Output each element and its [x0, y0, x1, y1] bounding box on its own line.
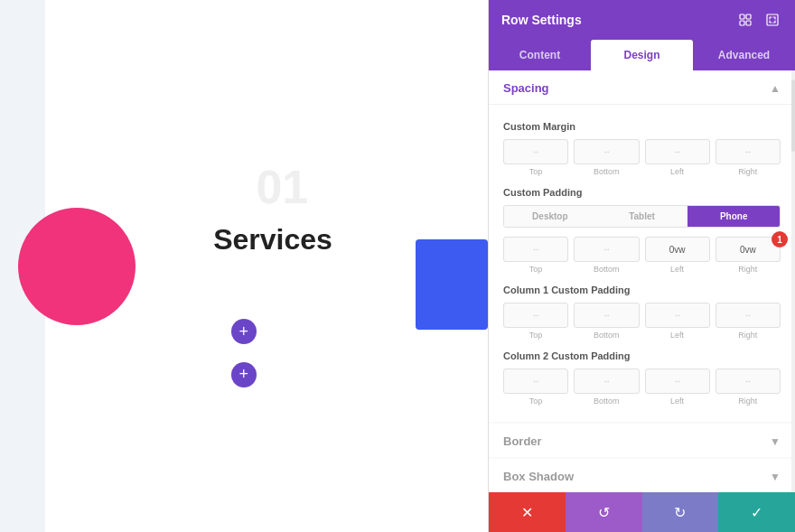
margin-left-label: Left: [670, 167, 684, 176]
padding-left-label: Left: [670, 265, 684, 274]
box-shadow-section: Box Shadow ▼: [489, 459, 795, 492]
spacing-content: Custom Margin ↔ Top ↔ Bottom ↔ Left: [489, 105, 795, 422]
device-tab-tablet[interactable]: Tablet: [596, 206, 688, 227]
blue-rect-decoration: [416, 239, 488, 330]
panel-body: Spacing ▲ Custom Margin ↔ Top ↔ Bottom: [489, 70, 795, 492]
device-tab-desktop[interactable]: Desktop: [504, 206, 596, 227]
border-section-header[interactable]: Border ▼: [489, 424, 795, 457]
panel-header: Row Settings: [489, 0, 795, 40]
margin-top-label: Top: [529, 167, 543, 176]
section-title: Services: [213, 223, 332, 257]
col2-top-group: ↔ Top: [503, 369, 568, 406]
panel-header-icons: [735, 10, 782, 30]
undo-button[interactable]: ↺: [566, 492, 642, 532]
margin-left-input[interactable]: ↔: [645, 139, 710, 164]
padding-right-group: 0vw Right 1: [716, 237, 781, 274]
redo-button[interactable]: ↻: [642, 492, 719, 532]
col1-bottom-input[interactable]: ↔: [574, 303, 639, 328]
margin-inputs: ↔ Top ↔ Bottom ↔ Left ↔ Right: [503, 139, 781, 176]
border-chevron-icon: ▼: [770, 435, 781, 448]
col1-top-input[interactable]: ↔: [503, 303, 568, 328]
padding-bottom-label: Bottom: [594, 265, 620, 274]
margin-right-group: ↔ Right: [716, 139, 781, 176]
panel-title: Row Settings: [501, 13, 582, 27]
col2-bottom-input[interactable]: ↔: [574, 369, 639, 394]
border-title: Border: [503, 434, 542, 448]
col2-left-label: Left: [670, 397, 684, 406]
padding-right-label: Right: [738, 265, 757, 274]
padding-inputs-container: ↔ Top ↔ Bottom 0vw Left 0vw: [503, 237, 781, 274]
save-button[interactable]: ✓: [718, 492, 795, 532]
col2-left-input[interactable]: ↔: [645, 369, 710, 394]
margin-right-label: Right: [738, 167, 757, 176]
box-shadow-section-header[interactable]: Box Shadow ▼: [489, 459, 795, 492]
pink-circle-decoration: [18, 208, 136, 325]
col2-bottom-group: ↔ Bottom: [574, 369, 639, 406]
canvas-content: 01 Services + +: [45, 0, 488, 532]
svg-rect-0: [740, 14, 744, 19]
svg-rect-1: [746, 14, 751, 19]
col1-right-input[interactable]: ↔: [716, 303, 781, 328]
padding-top-label: Top: [529, 265, 543, 274]
padding-bottom-group: ↔ Bottom: [574, 237, 639, 274]
margin-bottom-input[interactable]: ↔: [574, 139, 639, 164]
box-shadow-title: Box Shadow: [503, 470, 574, 483]
canvas-area: 01 Services + +: [0, 0, 488, 532]
padding-top-input[interactable]: ↔: [503, 237, 568, 262]
add-row-button-2[interactable]: +: [231, 362, 257, 387]
spacing-section: Spacing ▲ Custom Margin ↔ Top ↔ Bottom: [489, 70, 795, 422]
col2-bottom-label: Bottom: [594, 397, 620, 406]
col1-bottom-label: Bottom: [594, 331, 620, 340]
box-shadow-chevron-icon: ▼: [770, 471, 781, 483]
expand-icon[interactable]: [762, 10, 782, 30]
settings-icon[interactable]: [735, 10, 755, 30]
padding-left-group: 0vw Left: [645, 237, 710, 274]
device-tab-phone[interactable]: Phone: [687, 206, 780, 227]
col2-right-label: Right: [738, 397, 757, 406]
tab-advanced[interactable]: Advanced: [693, 40, 795, 70]
scrollbar-thumb[interactable]: [791, 79, 795, 152]
spacing-chevron-icon: ▲: [770, 82, 781, 95]
canvas-white: 01 Services + +: [45, 0, 488, 532]
padding-left-input[interactable]: 0vw: [645, 237, 710, 262]
scrollbar-track: [791, 70, 795, 492]
col2-left-group: ↔ Left: [645, 369, 710, 406]
device-tabs: Desktop Tablet Phone: [503, 205, 781, 228]
custom-margin-label: Custom Margin: [503, 121, 781, 132]
cancel-button[interactable]: ✕: [489, 492, 566, 532]
col1-bottom-group: ↔ Bottom: [574, 303, 639, 340]
margin-top-input[interactable]: ↔: [503, 139, 568, 164]
col2-right-input[interactable]: ↔: [716, 369, 781, 394]
col1-top-label: Top: [529, 331, 543, 340]
margin-top-group: ↔ Top: [503, 139, 568, 176]
svg-rect-3: [746, 21, 751, 25]
padding-bottom-input[interactable]: ↔: [574, 237, 639, 262]
col1-top-group: ↔ Top: [503, 303, 568, 340]
margin-left-group: ↔ Left: [645, 139, 710, 176]
add-row-button-1[interactable]: +: [231, 319, 257, 344]
col1-left-group: ↔ Left: [645, 303, 710, 340]
col2-padding-label: Column 2 Custom Padding: [503, 350, 781, 361]
margin-right-input[interactable]: ↔: [716, 139, 781, 164]
section-number: 01: [256, 160, 308, 214]
svg-rect-2: [740, 21, 744, 25]
spacing-title: Spacing: [503, 81, 549, 95]
tab-content[interactable]: Content: [489, 40, 591, 70]
panel-footer: ✕ ↺ ↻ ✓: [489, 492, 795, 532]
custom-padding-label: Custom Padding: [503, 187, 781, 198]
col1-padding-label: Column 1 Custom Padding: [503, 285, 781, 295]
spacing-section-header[interactable]: Spacing ▲: [489, 70, 795, 105]
col2-padding-inputs: ↔ Top ↔ Bottom ↔ Left ↔ Right: [503, 369, 781, 406]
row-settings-panel: Row Settings: [488, 0, 795, 532]
col2-top-input[interactable]: ↔: [503, 369, 568, 394]
panel-tabs: Content Design Advanced: [489, 40, 795, 70]
col1-left-input[interactable]: ↔: [645, 303, 710, 328]
margin-bottom-label: Bottom: [594, 167, 620, 176]
col1-right-label: Right: [738, 331, 757, 340]
border-section: Border ▼: [489, 424, 795, 457]
col1-left-label: Left: [670, 331, 684, 340]
notification-badge: 1: [772, 231, 788, 247]
tab-design[interactable]: Design: [591, 40, 693, 70]
col1-padding-inputs: ↔ Top ↔ Bottom ↔ Left ↔ Right: [503, 303, 781, 340]
col2-right-group: ↔ Right: [716, 369, 781, 406]
